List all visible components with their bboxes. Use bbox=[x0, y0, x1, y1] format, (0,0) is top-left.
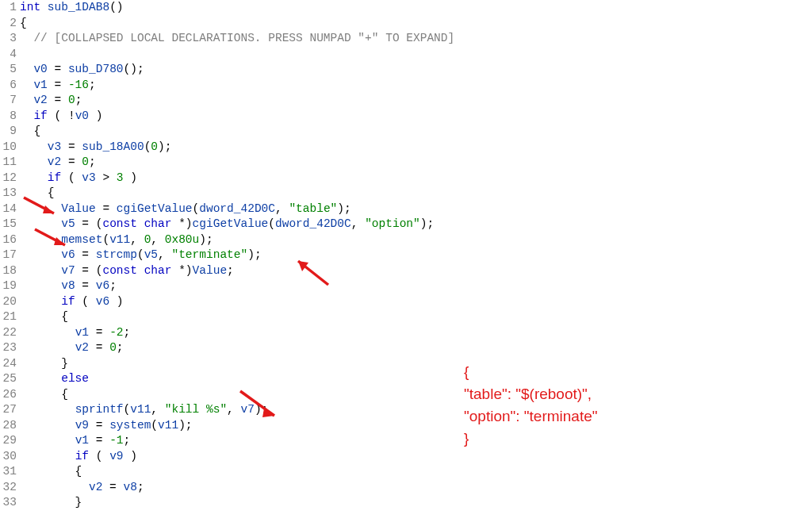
line-number: 32 bbox=[0, 480, 20, 496]
code-content[interactable]: sprintf(v11, "kill %s", v7); bbox=[20, 402, 268, 418]
line-number: 23 bbox=[0, 340, 20, 356]
code-line[interactable]: 15 v5 = (const char *)cgiGetValue(dword_… bbox=[0, 217, 812, 232]
annot-line: "option": "terminate" bbox=[464, 405, 598, 428]
line-number: 6 bbox=[0, 78, 20, 94]
line-number: 25 bbox=[0, 371, 20, 387]
annot-line: } bbox=[464, 428, 598, 450]
line-number: 7 bbox=[0, 93, 20, 109]
code-content[interactable]: { bbox=[20, 124, 40, 140]
code-content[interactable]: int sub_1DAB8() bbox=[20, 0, 124, 16]
code-line[interactable]: 28 v9 = system(v11); bbox=[0, 418, 812, 434]
code-line[interactable]: 6 v1 = -16; bbox=[0, 78, 812, 94]
line-number: 30 bbox=[0, 449, 20, 465]
annot-line: "table": "$(reboot)", bbox=[464, 383, 598, 405]
line-number: 13 bbox=[0, 186, 20, 202]
line-number: 15 bbox=[0, 217, 20, 232]
code-line[interactable]: 17 v6 = strcmp(v5, "terminate"); bbox=[0, 248, 812, 263]
code-line[interactable]: 12 if ( v3 > 3 ) bbox=[0, 171, 812, 186]
code-content[interactable]: v0 = sub_D780(); bbox=[20, 62, 144, 78]
code-line[interactable]: 8 if ( !v0 ) bbox=[0, 109, 812, 125]
line-number: 27 bbox=[0, 402, 20, 418]
line-number: 5 bbox=[0, 62, 20, 78]
arrow-annotation bbox=[295, 258, 335, 290]
code-content[interactable]: { bbox=[20, 16, 27, 32]
code-line[interactable]: 3 // [COLLAPSED LOCAL DECLARATIONS. PRES… bbox=[0, 31, 812, 47]
line-number: 28 bbox=[0, 418, 20, 434]
code-line[interactable]: 2{ bbox=[0, 16, 812, 32]
code-line[interactable]: 21 { bbox=[0, 309, 812, 325]
line-number: 19 bbox=[0, 278, 20, 294]
line-number: 22 bbox=[0, 325, 20, 341]
code-line[interactable]: 20 if ( v6 ) bbox=[0, 294, 812, 310]
code-line[interactable]: 19 v8 = v6; bbox=[0, 278, 812, 294]
svg-marker-3 bbox=[54, 237, 65, 245]
arrow-annotation bbox=[236, 387, 284, 423]
code-line[interactable]: 18 v7 = (const char *)Value; bbox=[0, 263, 812, 279]
line-number: 29 bbox=[0, 433, 20, 449]
code-line[interactable]: 30 if ( v9 ) bbox=[0, 449, 812, 465]
line-number: 2 bbox=[0, 16, 20, 32]
code-content[interactable]: { bbox=[20, 387, 68, 403]
line-number: 14 bbox=[0, 202, 20, 217]
code-line[interactable]: 5 v0 = sub_D780(); bbox=[0, 62, 812, 78]
line-number: 11 bbox=[0, 155, 20, 171]
code-content[interactable]: v2 = 0; bbox=[20, 340, 124, 356]
code-content[interactable]: v8 = v6; bbox=[20, 278, 117, 294]
code-line[interactable]: 29 v1 = -1; bbox=[0, 433, 812, 449]
code-line[interactable]: 4 bbox=[0, 47, 812, 63]
code-line[interactable]: 33 } bbox=[0, 495, 812, 511]
code-content[interactable]: Value = cgiGetValue(dword_42D0C, "table"… bbox=[20, 202, 351, 217]
code-line[interactable]: 1int sub_1DAB8() bbox=[0, 0, 812, 16]
code-line[interactable]: 7 v2 = 0; bbox=[0, 93, 812, 109]
code-line[interactable]: 9 { bbox=[0, 124, 812, 140]
code-line[interactable]: 25 else bbox=[0, 371, 812, 387]
code-content[interactable]: if ( v3 > 3 ) bbox=[20, 171, 137, 186]
code-content[interactable]: v1 = -16; bbox=[20, 78, 96, 94]
code-line[interactable]: 24 } bbox=[0, 356, 812, 372]
code-content[interactable]: // [COLLAPSED LOCAL DECLARATIONS. PRESS … bbox=[20, 31, 454, 47]
code-line[interactable]: 14 Value = cgiGetValue(dword_42D0C, "tab… bbox=[0, 202, 812, 217]
code-line[interactable]: 27 sprintf(v11, "kill %s", v7); bbox=[0, 402, 812, 418]
arrow-annotation bbox=[24, 198, 63, 221]
code-content[interactable]: } bbox=[20, 356, 68, 372]
code-line[interactable]: 32 v2 = v8; bbox=[0, 480, 812, 496]
line-number: 10 bbox=[0, 140, 20, 155]
line-number: 26 bbox=[0, 387, 20, 403]
code-line[interactable]: 23 v2 = 0; bbox=[0, 340, 812, 356]
code-line[interactable]: 13 { bbox=[0, 186, 812, 202]
line-number: 1 bbox=[0, 0, 20, 16]
code-content[interactable]: v2 = 0; bbox=[20, 93, 82, 109]
line-number: 9 bbox=[0, 124, 20, 140]
line-number: 18 bbox=[0, 263, 20, 279]
code-content[interactable]: else bbox=[20, 371, 89, 387]
line-number: 20 bbox=[0, 294, 20, 310]
code-content[interactable]: v1 = -2; bbox=[20, 325, 130, 341]
code-content[interactable]: v5 = (const char *)cgiGetValue(dword_42D… bbox=[20, 217, 434, 232]
code-content[interactable]: v9 = system(v11); bbox=[20, 418, 193, 434]
line-number: 33 bbox=[0, 495, 20, 511]
code-line[interactable]: 22 v1 = -2; bbox=[0, 325, 812, 341]
line-number: 17 bbox=[0, 248, 20, 263]
code-content[interactable]: v3 = sub_18A00(0); bbox=[20, 140, 171, 155]
code-content[interactable]: v2 = v8; bbox=[20, 480, 144, 496]
code-line[interactable]: 16 memset(v11, 0, 0x80u); bbox=[0, 232, 812, 248]
code-content[interactable]: v1 = -1; bbox=[20, 433, 130, 449]
code-content[interactable]: { bbox=[20, 309, 68, 325]
code-line[interactable]: 11 v2 = 0; bbox=[0, 155, 812, 171]
code-content[interactable]: if ( v6 ) bbox=[20, 294, 124, 310]
code-line[interactable]: 10 v3 = sub_18A00(0); bbox=[0, 140, 812, 155]
code-content[interactable]: if ( !v0 ) bbox=[20, 109, 102, 125]
line-number: 8 bbox=[0, 109, 20, 125]
code-content[interactable]: } bbox=[20, 495, 82, 511]
code-editor[interactable]: 1int sub_1DAB8()2{3 // [COLLAPSED LOCAL … bbox=[0, 0, 812, 511]
line-number: 3 bbox=[0, 31, 20, 47]
json-annotation: { "table": "$(reboot)", "option": "termi… bbox=[464, 361, 598, 450]
code-content[interactable]: if ( v9 ) bbox=[20, 449, 137, 465]
code-line[interactable]: 31 { bbox=[0, 464, 812, 480]
svg-marker-1 bbox=[43, 205, 54, 213]
code-content[interactable]: v2 = 0; bbox=[20, 155, 96, 171]
arrow-annotation bbox=[35, 229, 75, 253]
code-content[interactable]: v7 = (const char *)Value; bbox=[20, 263, 234, 279]
code-line[interactable]: 26 { bbox=[0, 387, 812, 403]
code-content[interactable]: { bbox=[20, 464, 82, 480]
